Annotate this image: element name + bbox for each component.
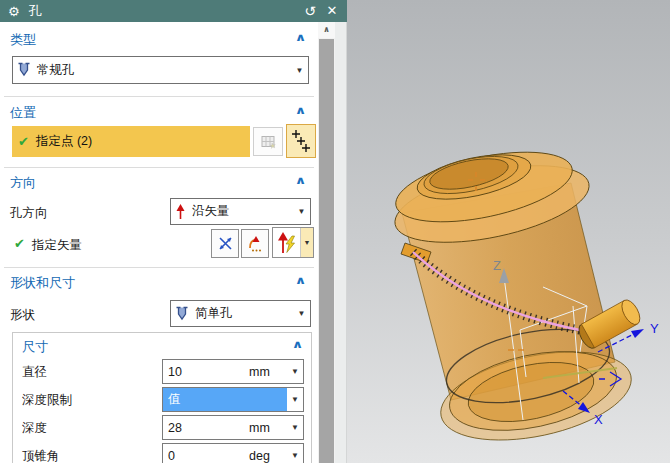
tip-angle-field[interactable]: 0 deg ▼ — [162, 443, 304, 463]
dropdown-arrow-icon[interactable]: ▼ — [291, 66, 308, 75]
vector-options-arrow[interactable]: ▼ — [300, 228, 313, 257]
position-collapse-chevron[interactable]: ∧ — [295, 104, 307, 117]
scroll-up-button[interactable]: ∧ — [318, 22, 335, 38]
position-section-header: 位置 — [10, 104, 36, 122]
reverse-direction-button[interactable] — [211, 229, 239, 258]
y-axis-label: Y — [650, 321, 659, 336]
sketch-icon — [260, 134, 277, 150]
separator — [4, 267, 314, 268]
gear-icon: ⚙ — [8, 5, 20, 18]
close-button[interactable]: ✕ — [321, 0, 343, 22]
tip-angle-value[interactable]: 0 — [163, 449, 249, 463]
graphics-viewport[interactable]: Z — [347, 0, 670, 463]
dropdown-arrow-icon[interactable]: ▼ — [287, 423, 303, 432]
dropdown-arrow-icon[interactable]: ▼ — [287, 367, 303, 376]
point-dialog-button[interactable] — [286, 124, 316, 158]
type-collapse-chevron[interactable]: ∧ — [295, 31, 307, 44]
specify-point-label: 指定点 (2) — [36, 133, 92, 150]
vector-dialog-icon — [246, 234, 264, 253]
dialog-edge — [335, 22, 347, 463]
diameter-value[interactable]: 10 — [163, 365, 249, 379]
dialog-scrollbar[interactable]: ∧ — [318, 22, 335, 463]
simple-hole-icon — [175, 306, 189, 322]
depth-limit-label: 深度限制 — [22, 392, 72, 409]
dropdown-arrow-icon[interactable]: ▼ — [293, 309, 310, 318]
diameter-unit: mm — [249, 365, 287, 379]
check-icon: ✔ — [18, 134, 29, 149]
specify-vector-label: 指定矢量 — [32, 237, 82, 254]
shape-value: 简单孔 — [195, 305, 293, 322]
check-icon: ✔ — [14, 236, 25, 251]
diameter-label: 直径 — [22, 364, 47, 381]
vector-dialog-button[interactable] — [241, 229, 269, 258]
dimensions-collapse-chevron[interactable]: ∧ — [292, 338, 304, 351]
dropdown-arrow-icon[interactable]: ▼ — [293, 207, 310, 216]
model-canvas[interactable]: Z — [347, 0, 670, 463]
hole-type-icon — [17, 62, 31, 78]
diameter-field[interactable]: 10 mm ▼ — [162, 359, 304, 384]
shape-label: 形状 — [10, 307, 35, 324]
depth-field[interactable]: 28 mm ▼ — [162, 415, 304, 440]
inferred-vector-button-group[interactable]: ▼ — [272, 227, 314, 258]
shape-size-section-header: 形状和尺寸 — [10, 274, 75, 292]
dropdown-arrow-icon[interactable]: ▼ — [287, 451, 303, 460]
depth-unit: mm — [249, 421, 287, 435]
tip-angle-label: 顶锥角 — [22, 448, 60, 463]
scrollbar-thumb[interactable] — [319, 39, 334, 463]
hole-direction-label: 孔方向 — [10, 205, 48, 222]
depth-limit-field[interactable]: 值 ▼ — [162, 387, 304, 412]
direction-section-header: 方向 — [10, 174, 36, 192]
depth-value[interactable]: 28 — [163, 421, 249, 435]
dropdown-arrow-icon[interactable]: ▼ — [287, 395, 303, 404]
depth-label: 深度 — [22, 420, 47, 437]
separator — [4, 167, 314, 168]
reverse-direction-icon — [217, 235, 234, 252]
reset-button[interactable]: ↺ — [299, 0, 321, 22]
direction-collapse-chevron[interactable]: ∧ — [295, 174, 307, 187]
hole-type-dropdown[interactable]: 常规孔 ▼ — [12, 56, 309, 84]
shape-dropdown[interactable]: 简单孔 ▼ — [170, 300, 311, 327]
point-constructor-icon — [290, 128, 312, 154]
hole-direction-value: 沿矢量 — [192, 203, 293, 220]
specify-point-row[interactable]: ✔ 指定点 (2) — [12, 126, 250, 157]
hole-direction-dropdown[interactable]: 沿矢量 ▼ — [170, 198, 311, 225]
hole-type-value: 常规孔 — [37, 62, 291, 79]
type-section-header: 类型 — [10, 31, 36, 49]
tip-angle-unit: deg — [249, 449, 287, 463]
dimensions-header: 尺寸 — [22, 338, 48, 356]
separator — [4, 96, 314, 97]
dialog-title: 孔 — [29, 2, 42, 20]
vector-arrow-icon — [175, 203, 186, 220]
inferred-vector-icon — [277, 231, 297, 254]
nx-hole-dialog-screen: ⚙ 孔 ↺ ✕ 类型 ∧ 常规孔 ▼ 位置 ∧ ✔ 指定点 (2) — [0, 0, 670, 463]
hole-dialog: ⚙ 孔 ↺ ✕ 类型 ∧ 常规孔 ▼ 位置 ∧ ✔ 指定点 (2) — [0, 0, 347, 463]
sketch-section-button — [253, 127, 283, 156]
dialog-titlebar[interactable]: ⚙ 孔 ↺ ✕ — [0, 0, 347, 22]
z-axis-label: Z — [493, 258, 501, 273]
depth-limit-value[interactable]: 值 — [163, 388, 287, 411]
x-axis-label: X — [594, 412, 603, 427]
shape-size-collapse-chevron[interactable]: ∧ — [295, 274, 307, 287]
